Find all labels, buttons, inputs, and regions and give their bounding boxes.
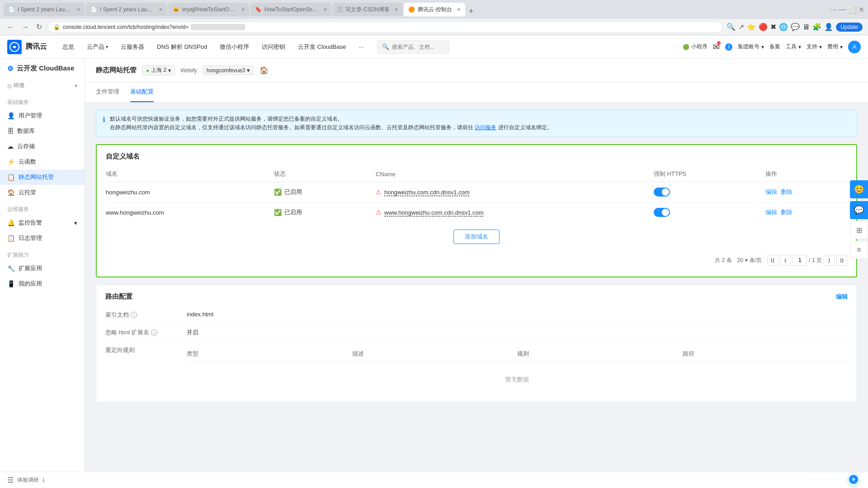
sidebar-item-cloud-func[interactable]: ⚡ 云函数 xyxy=(0,154,85,169)
add-domain-button[interactable]: 添加域名 xyxy=(453,230,500,244)
nav-dns[interactable]: DNS 解析 DNSPod xyxy=(151,35,213,59)
share-icon[interactable]: ↗ xyxy=(738,23,744,31)
tab-close-6[interactable]: ✕ xyxy=(457,7,461,13)
ext-icon-5[interactable]: 🖥 xyxy=(802,23,810,31)
edit-link-1[interactable]: 编辑 xyxy=(765,188,777,196)
log-icon: 📋 xyxy=(7,235,15,242)
support-btn[interactable]: 支持 ▾ xyxy=(807,43,822,51)
edit-link-2[interactable]: 编辑 xyxy=(765,208,777,216)
ext-icon-1[interactable]: 🔴 xyxy=(759,23,768,31)
page-prev-button[interactable]: ⟨ xyxy=(780,255,791,266)
main-layout: ⚙ 云开发 CloudBase ◎ 环境 ▾ 基础服务 👤 用户管理 🗄 数据库… xyxy=(0,59,868,488)
browser-tab-1[interactable]: 📄 I Spent 2 years Launching... ✕ xyxy=(4,3,85,16)
beian-btn[interactable]: 备案 xyxy=(769,43,780,51)
sidebar-item-cloud-storage[interactable]: ☁ 云存储 xyxy=(0,139,85,154)
alert-link[interactable]: 访问服务 xyxy=(475,124,496,131)
chat-button[interactable]: 💬 xyxy=(850,201,868,219)
nav-products[interactable]: 云产品 ▾ xyxy=(80,35,114,59)
ignore-html-info-icon[interactable]: i xyxy=(151,329,157,336)
nav-miniprogram[interactable]: 微信小程序 xyxy=(213,35,255,59)
env-selector[interactable]: hongcomfevue3 ▾ xyxy=(203,66,254,75)
feedback-button[interactable]: 😊 xyxy=(850,180,868,198)
list-button[interactable]: ≡ xyxy=(850,241,868,259)
group-account-btn[interactable]: 集团账号 ▾ xyxy=(738,43,764,51)
mail-button[interactable]: ✉ xyxy=(713,42,720,52)
grid-button[interactable]: ⊞ xyxy=(850,221,868,239)
ext-icon-6[interactable]: 🧩 xyxy=(812,23,821,31)
chevron-down-icon: ▾ xyxy=(106,44,108,49)
sidebar-item-monitor[interactable]: 🔔 监控告警 ▾ xyxy=(0,215,85,230)
profile-icon[interactable]: 👤 xyxy=(824,23,833,31)
avatar[interactable]: A xyxy=(848,41,861,53)
new-tab-button[interactable]: + xyxy=(466,7,476,16)
env-icon: ◎ xyxy=(7,83,12,89)
tools-btn[interactable]: 工具 ▾ xyxy=(786,43,801,51)
bookmark-icon[interactable]: ⭐ xyxy=(747,23,756,31)
sidebar-item-my-app[interactable]: 📱 我的应用 xyxy=(0,276,85,291)
route-edit-link[interactable]: 编辑 xyxy=(836,293,848,301)
nav-search[interactable]: 🔍 xyxy=(377,40,449,54)
update-button[interactable]: Update xyxy=(836,23,863,32)
sidebar-item-log[interactable]: 📋 日志管理 xyxy=(0,230,85,246)
search-input[interactable] xyxy=(392,44,444,50)
menu-toggle-icon[interactable]: ☰ xyxy=(7,476,14,484)
nav-overview[interactable]: 总览 xyxy=(56,35,80,59)
tab-close-4[interactable]: ✕ xyxy=(323,7,327,13)
page-size-selector[interactable]: 20 ▾ 条/页 xyxy=(737,257,762,264)
sidebar-item-user-mgmt[interactable]: 👤 用户管理 xyxy=(0,108,85,123)
chevron-down-icon-4: ▾ xyxy=(819,44,822,50)
survey-avatar[interactable] xyxy=(846,472,861,488)
tab-close-2[interactable]: ✕ xyxy=(159,7,163,13)
page-first-button[interactable]: ⟨⟨ xyxy=(767,255,778,266)
chevron-down-icon-env[interactable]: ▾ xyxy=(75,83,77,89)
sidebar-section-ops: 运维服务 xyxy=(0,200,85,215)
page-number-input[interactable] xyxy=(793,255,807,266)
url-field[interactable]: 🔒 console.cloud.tencent.com/tcb/hosting/… xyxy=(47,21,723,33)
page-next-button[interactable]: ⟩ xyxy=(824,255,835,266)
chevron-down-icon-loc: ▾ xyxy=(168,67,171,74)
browser-tab-6[interactable]: 🟠 腾讯云-控制台 ✕ xyxy=(404,3,465,16)
tab-close-3[interactable]: ✕ xyxy=(241,7,245,13)
browser-tab-5[interactable]: 🇨 写文章-CSDN博客 ✕ xyxy=(333,3,403,16)
ext-icon-2[interactable]: ✖ xyxy=(770,23,776,31)
col-header-status: 状态 xyxy=(265,166,367,182)
index-doc-info-icon[interactable]: i xyxy=(131,312,137,318)
back-button[interactable]: ← xyxy=(5,22,16,32)
refresh-button[interactable]: ↻ xyxy=(34,22,44,32)
tab-file-mgmt[interactable]: 文件管理 xyxy=(96,82,119,102)
cloud-host-icon: 🏠 xyxy=(7,189,15,196)
sidebar-item-cloud-hosting[interactable]: 🏠 云托管 xyxy=(0,185,85,200)
ext-icon-3[interactable]: 🌐 xyxy=(779,23,788,31)
survey-info-icon[interactable]: ℹ xyxy=(42,477,45,483)
nav-more[interactable]: ··· xyxy=(352,35,370,59)
search-icon[interactable]: 🔍 xyxy=(726,23,736,31)
nav-cvm[interactable]: 云服务器 xyxy=(114,35,151,59)
tab-close-1[interactable]: ✕ xyxy=(76,7,80,13)
delete-link-1[interactable]: 删除 xyxy=(781,188,793,196)
forward-button[interactable]: → xyxy=(20,22,31,32)
browser-tab-3[interactable]: 🐱 eryajf/HowToStartOpenS... ✕ xyxy=(168,3,250,16)
location-selector[interactable]: ● 上海 2 ▾ xyxy=(142,65,175,75)
redirect-col-type: 类型 xyxy=(187,346,352,362)
miniprogram-btn[interactable]: 🟢 小程序 xyxy=(683,43,708,51)
user-icon: 👤 xyxy=(7,112,15,119)
col-header-domain: 域名 xyxy=(97,166,265,182)
browser-tab-4[interactable]: 🔖 HowToStartOpenSource ✕ xyxy=(250,3,332,16)
https-toggle-1[interactable] xyxy=(654,188,670,197)
https-toggle-2[interactable] xyxy=(654,208,670,217)
chevron-down-icon-5: ▾ xyxy=(840,44,843,50)
cost-btn[interactable]: 费用 ▾ xyxy=(827,43,843,51)
browser-tab-2[interactable]: 📄 I Spent 2 years Launching... ✕ xyxy=(86,3,167,16)
home-icon[interactable]: 🏠 xyxy=(259,66,269,75)
nav-cloudbase[interactable]: 云开发 CloudBase xyxy=(292,35,352,59)
tab-close-5[interactable]: ✕ xyxy=(394,7,398,13)
nav-access-key[interactable]: 访问密钥 xyxy=(255,35,292,59)
sidebar-item-database[interactable]: 🗄 数据库 xyxy=(0,123,85,139)
sidebar-item-static-hosting[interactable]: 📋 静态网站托管 xyxy=(0,169,85,185)
delete-link-2[interactable]: 删除 xyxy=(781,208,793,216)
tab-basic-config[interactable]: 基础配置 xyxy=(130,82,154,102)
sidebar-item-ext-app[interactable]: 🔧 扩展应用 xyxy=(0,261,85,276)
page-last-button[interactable]: ⟩⟩ xyxy=(836,255,847,266)
redirect-col-path: 路径 xyxy=(683,346,848,362)
ext-icon-4[interactable]: 💬 xyxy=(791,23,800,31)
